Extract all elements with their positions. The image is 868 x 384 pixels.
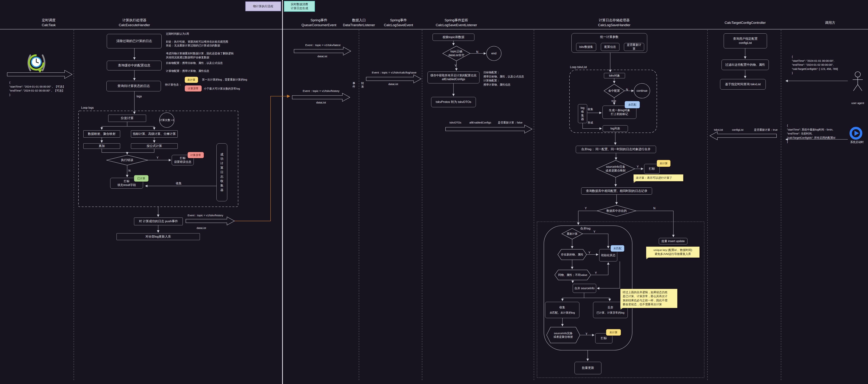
label-yes: Y [455, 63, 457, 68]
node-query-db-logs: 查询数据库中相同配置、相同时刻的日志记录 [581, 187, 652, 195]
label-yes: Y [586, 332, 588, 336]
lane-title: Spring事件监听 [429, 18, 484, 23]
label-collect: 收集 [176, 181, 182, 185]
lane-header-calctargetconfigcontroller: CalcTargetConfigController [714, 20, 776, 25]
caller-request-json: { "startTime": "2024-01-01 00:00:00", "e… [792, 55, 838, 75]
node-query-pending-logs: 查询待计算状态的日志 [106, 81, 161, 91]
label-yes: Y [588, 250, 590, 255]
sticky-note-unique-key: unique key (配置id， 数据时间) 避免多JVM运行导致重复入库 [646, 246, 700, 258]
label-pass-recalc-false: 是否重新计算：false [498, 121, 523, 124]
message-arrows [7, 47, 777, 225]
note-config-detail: 目标物配置： 携带目标物、属性，以及公式信息 计算物配置： 携带计算物、属性信息 [484, 70, 524, 87]
node-success-log-collector: 成功计算日志收集器 [216, 143, 227, 201]
label-no: N [653, 206, 655, 210]
status-badge-calc-error: 计算异常 [188, 152, 204, 158]
label-ret-configlist: configList [732, 128, 743, 132]
node-get-enabled-configs: 缓存中获取所有开启计算的配置信息 allEnabledConfigs [428, 71, 479, 83]
discard-title: 丢弃 [608, 306, 613, 309]
node-update-all-logs: 对全部log更新入库 [117, 233, 200, 240]
label-logs: logs [136, 94, 142, 98]
node-validate-topic: 校验topic和数据 [433, 34, 474, 41]
lane-header-calctask: 定时调度 CalcTask [22, 18, 76, 27]
label-form: 形成 [588, 121, 593, 124]
label-no: N [476, 50, 478, 54]
lane-title: 定时调度 [22, 18, 76, 23]
note-not-calculated: 第一次计算的log，需要重新计算的log [202, 78, 247, 82]
lane-title: Spring事件 [371, 18, 426, 23]
status-badge-calculated: 已计算 [134, 175, 149, 182]
label-true: true [612, 99, 616, 103]
legend-realtime-consume: 实时数据消费 计算日志生成 [284, 1, 315, 12]
lane-subtitle: CalcLogSaveHandler [587, 23, 641, 27]
node-batch-update: 批量更新 [575, 362, 601, 374]
node-formula-calc: 按公式计算 [131, 143, 178, 149]
lane-title: 调用方 [803, 20, 857, 25]
label-loop-logs: Loop logs [81, 106, 94, 110]
status-badge-not-calculated: 未计算 [606, 329, 621, 335]
collect-subtitle: 未匹配、未计算的log [550, 311, 575, 315]
note-expire-policy: 过期时间默认为1周 好处：执行性能、资源消耗可以维持在比较乐观范围 坏处：无法重… [166, 32, 252, 59]
collect-title: 收集 [559, 306, 565, 309]
node-dispatch-calc: 分发计算 [108, 115, 146, 122]
label-no: N [128, 169, 131, 173]
label-ret-recalc-true: 是否重新计算：true [754, 128, 778, 132]
lane-subtitle: CalcLogSaveEventListener [429, 23, 484, 27]
status-badge-calc-error: 计算异常 [185, 85, 202, 91]
label-yes: Y [595, 271, 597, 275]
label-loop-tskvlist: Loop tskvList [570, 65, 587, 69]
label-pass-configs: allEnabledConfigs [469, 121, 491, 124]
lane-header-caller: 调用方 [803, 20, 857, 25]
lane-subtitle: CalcExecuteHandler [107, 23, 161, 27]
discard-subtitle: 已计算、计算异常的log [596, 311, 624, 315]
node-filter-config: 过滤出这些配置中的物、属性 [721, 60, 769, 70]
node-convert-dtos: tskvProtos 转为 tskvDTOs [431, 97, 476, 107]
node-indicator-calc: 指标计算、高级计算、分摊计算 [131, 130, 178, 138]
node-tskv-object: tskv对象 [604, 73, 625, 78]
lane-header-calclogsaveevent: Spring事件 CalcLogSaveEvent [371, 18, 426, 27]
node-collect-box: 收集 未匹配、未计算的log [545, 302, 579, 318]
lane-subtitle: CalcTask [22, 23, 76, 27]
legend-item-execute-flow: 物计算执行流程 [245, 1, 281, 11]
lane-subtitle: CalcLogSaveEvent [371, 23, 426, 27]
user-agent-icon [852, 72, 863, 91]
sequence-flow-diagram: 物计算执行流程 实时数据消费 计算日志生成 定时调度 CalcTask 计算执行… [0, 0, 868, 384]
label-yes: Y [585, 206, 587, 210]
label-yes: Y [157, 156, 159, 160]
node-log-collector: log收集器 [578, 104, 587, 123]
sticky-note-notcalc: 未计算：表示可以进行计算了 [633, 174, 683, 181]
task-request-json: { "startTime": "2024-01-01 00:00:00"， 【可… [9, 81, 65, 97]
label-yes: Y [637, 165, 639, 169]
status-badge-not-calculated: 未计算 [185, 77, 198, 83]
label-pending-contains: 待计算包含： [165, 83, 182, 87]
node-log-list: log列表 [603, 125, 628, 132]
label-yes: Y [593, 230, 595, 234]
clock-icon [28, 55, 44, 72]
label-collect: 收集 [588, 107, 593, 111]
decision-diamonds [106, 46, 636, 239]
note-config-content: 目标物配置：携带目标物、属性，以及公式信息 计算物配置：携带计算物、属性信息 [166, 61, 252, 73]
label-ret-tskvlist: tskvList [714, 128, 723, 132]
status-badge-not-calculated: 未计算 [657, 160, 671, 167]
connector-layer [0, 0, 868, 384]
status-badge-unmatched: 未匹配 [625, 101, 640, 108]
label-pass-tskvdtos: tskvDTOs [450, 121, 461, 124]
node-query-user-config: 查询用户指定配置 configList [724, 33, 767, 49]
section-divider [282, 0, 283, 384]
event-forward-connector [235, 96, 290, 221]
chip-tskv-dataset: tskv数据集 [576, 43, 596, 51]
node-batch-insert-update: 批量 insert update [659, 238, 687, 244]
label-datalist: dataList [197, 226, 206, 230]
node-data-mapping: 数据映射、聚合映射 [83, 130, 120, 138]
status-badge-unmatched: 未匹配 [611, 245, 624, 252]
note-calc-error: 小于最大可计算次数的异常log [204, 87, 240, 91]
node-query-by-time: 基于指定时间查询 tskvList [720, 79, 766, 90]
label-event-history: Event：topic = v1/tskv/history [188, 213, 223, 217]
chip-config-info: 配置信息 [601, 43, 619, 51]
sticky-note-merge-logic: 经过上面的合并逻辑，如果状态仍然 是已计算、计算异常，那么其再次计 算的结果也必… [620, 289, 677, 308]
node-merge-log: 合并log： 同一配置、同一时刻的日志对象进行合并 [576, 146, 656, 153]
label-no: N [626, 88, 628, 92]
system-start-icon [851, 128, 861, 139]
node-push-success-logs: 对 计算成功的日志 push事件 [134, 217, 183, 225]
lane-title: CalcTargetConfigController [714, 20, 776, 25]
caller-system-json: { "startTime": 系统中最新log时间 - 5min, "endTi… [787, 123, 835, 144]
